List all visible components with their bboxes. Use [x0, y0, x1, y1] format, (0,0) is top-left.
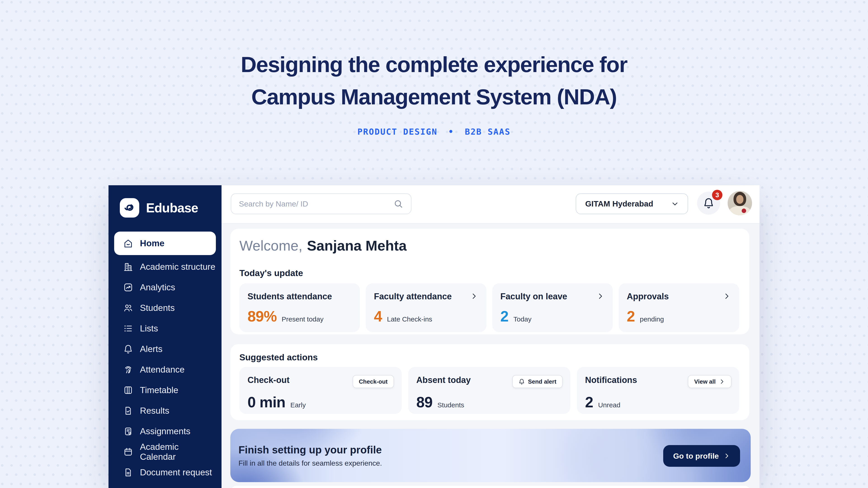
- action-card-title: Notifications: [585, 375, 637, 385]
- bell-icon: [123, 344, 133, 354]
- action-value: 0 min: [248, 394, 285, 411]
- sidebar-item-home[interactable]: Home: [114, 232, 216, 255]
- welcome-panel: Welcome, Sanjana Mehta Today's update St…: [230, 229, 749, 334]
- action-label: Early: [290, 401, 306, 409]
- sidebar-item-attendance[interactable]: Attendance: [114, 359, 216, 380]
- search-box[interactable]: [231, 193, 411, 214]
- columns-icon: [123, 385, 133, 395]
- stat-card-title: Faculty attendance: [374, 292, 452, 301]
- sidebar-item-document-request[interactable]: Document request: [114, 462, 216, 483]
- document-icon: [123, 467, 133, 477]
- stat-value: 2: [627, 308, 635, 325]
- chevron-right-icon[interactable]: [470, 292, 478, 300]
- welcome-greeting: Welcome,: [239, 237, 303, 254]
- stat-label: Today: [513, 315, 531, 323]
- sidebar-item-label: Home: [140, 238, 164, 248]
- stat-card-faculty-attendance[interactable]: Faculty attendance 4 Late Check-ins: [366, 283, 486, 332]
- page-title-line2: Campus Management System (NDA): [0, 80, 868, 113]
- banner-subtitle: Fill in all the details for seamless exp…: [239, 459, 382, 467]
- tag-product-design: PRODUCT DESIGN: [358, 127, 437, 137]
- page-title-line1: Designing the complete experience for: [0, 48, 868, 80]
- chevron-down-icon: [671, 200, 679, 207]
- view-all-button[interactable]: View all: [688, 375, 732, 388]
- action-card-check-out: Check-out Check-out 0 min Early: [239, 367, 402, 414]
- calendar-icon: [123, 447, 133, 457]
- avatar-blazer: [729, 206, 750, 215]
- chevron-right-icon[interactable]: [723, 292, 731, 300]
- sidebar-item-assignments[interactable]: Assignments: [114, 421, 216, 442]
- send-alert-button[interactable]: Send alert: [512, 375, 563, 388]
- list-icon: [123, 324, 133, 333]
- stat-card-faculty-on-leave[interactable]: Faculty on leave 2 Today: [492, 283, 613, 332]
- chevron-right-icon: [723, 453, 730, 459]
- stat-value: 4: [374, 308, 382, 325]
- campus-dropdown[interactable]: GITAM Hyderabad: [576, 193, 688, 214]
- stat-card-title: Students attendance: [248, 292, 332, 301]
- topbar: GITAM Hyderabad 3: [221, 185, 760, 224]
- sidebar-item-timetable[interactable]: Timetable: [114, 380, 216, 400]
- chevron-right-icon[interactable]: [596, 292, 604, 300]
- stat-label: Late Check-ins: [387, 315, 432, 323]
- hero-section: Designing the complete experience for Ca…: [0, 48, 868, 137]
- sidebar-item-label: Results: [140, 406, 169, 416]
- stat-card-title: Faculty on leave: [500, 292, 567, 301]
- check-out-button[interactable]: Check-out: [352, 375, 394, 388]
- view-all-button-label: View all: [694, 378, 716, 385]
- sidebar-item-analytics[interactable]: Analytics: [114, 277, 216, 297]
- notifications-bell-button[interactable]: 3: [697, 192, 720, 215]
- sidebar-item-alerts[interactable]: Alerts: [114, 339, 216, 359]
- search-icon[interactable]: [393, 199, 403, 209]
- action-label: Students: [437, 401, 464, 409]
- chevron-right-icon: [719, 379, 725, 385]
- sidebar-item-label: Attendance: [140, 365, 184, 375]
- suggested-actions-heading: Suggested actions: [239, 352, 318, 362]
- stat-card-approvals[interactable]: Approvals 2 pending: [619, 283, 739, 332]
- stat-card-students-attendance: Students attendance 89% Present today: [239, 283, 360, 332]
- sidebar-item-label: Students: [140, 303, 175, 313]
- file-check-icon: [123, 406, 133, 416]
- stat-card-title: Approvals: [627, 292, 669, 301]
- brand-name: Edubase: [146, 200, 198, 215]
- stat-label: Present today: [282, 315, 323, 323]
- next-section-panel-edge: [230, 486, 751, 488]
- page-title: Designing the complete experience for Ca…: [0, 48, 868, 113]
- action-value: 2: [585, 394, 593, 411]
- brand: Edubase: [120, 198, 198, 218]
- avatar-face: [736, 195, 743, 204]
- sidebar: Edubase Home Academic structure Analytic…: [108, 185, 221, 488]
- search-input[interactable]: [239, 199, 393, 208]
- notification-count-badge: 3: [712, 190, 722, 200]
- suggested-cards-row: Check-out Check-out 0 min Early Absent t…: [239, 367, 739, 414]
- send-alert-button-label: Send alert: [528, 378, 557, 385]
- action-card-absent-today: Absent today Send alert 89 Students: [408, 367, 570, 414]
- stat-value: 89%: [248, 308, 277, 325]
- sidebar-item-label: Timetable: [140, 385, 178, 395]
- sidebar-item-lists[interactable]: Lists: [114, 318, 216, 339]
- sidebar-item-students[interactable]: Students: [114, 297, 216, 318]
- todays-update-heading: Today's update: [239, 268, 303, 278]
- bell-icon: [519, 379, 525, 385]
- sidebar-item-label: Alerts: [140, 344, 162, 354]
- banner-title: Finish setting up your profile: [239, 444, 382, 456]
- sidebar-item-results[interactable]: Results: [114, 400, 216, 421]
- action-label: Unread: [598, 401, 620, 409]
- sidebar-item-label: Document request: [140, 467, 212, 477]
- sidebar-item-label: Assignments: [140, 426, 190, 436]
- clipboard-icon: [123, 426, 133, 436]
- tag-separator-dot: •: [448, 127, 454, 137]
- go-to-profile-label: Go to profile: [673, 452, 719, 460]
- sidebar-item-events[interactable]: Events: [114, 483, 216, 488]
- main-area: GITAM Hyderabad 3 Welcome,: [221, 185, 760, 488]
- building-icon: [123, 262, 133, 272]
- user-avatar[interactable]: [727, 191, 752, 215]
- sidebar-item-academic-calendar[interactable]: Academic Calendar: [114, 442, 216, 462]
- sidebar-item-academic-structure[interactable]: Academic structure: [114, 256, 216, 277]
- action-card-title: Absent today: [416, 375, 471, 385]
- project-tags: PRODUCT DESIGN • B2B SAAS: [0, 127, 868, 137]
- sidebar-item-label: Lists: [140, 324, 158, 333]
- welcome-user-name: Sanjana Mehta: [307, 237, 407, 254]
- go-to-profile-button[interactable]: Go to profile: [663, 445, 740, 467]
- sidebar-nav: Home Academic structure Analytics Studen…: [114, 232, 216, 488]
- tag-b2b-saas: B2B SAAS: [465, 127, 510, 137]
- stat-label: pending: [640, 315, 664, 323]
